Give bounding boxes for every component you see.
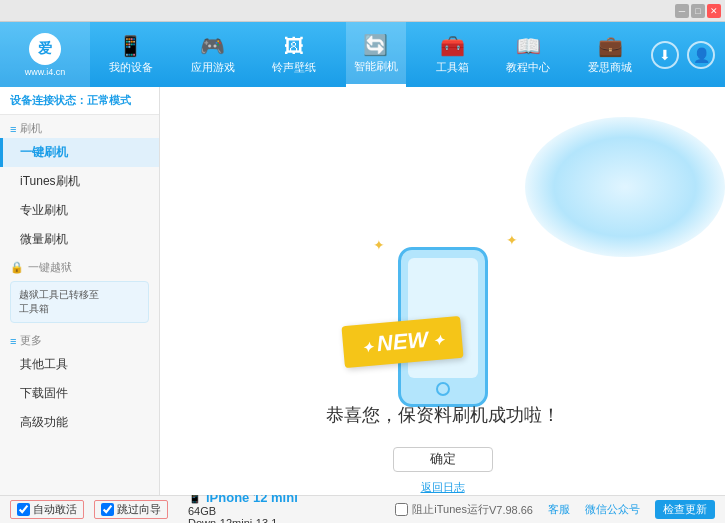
nav-my-device-label: 我的设备 [109, 60, 153, 75]
logo[interactable]: 爱 www.i4.cn [0, 22, 90, 87]
auto-flash-label: 自动敢活 [33, 502, 77, 517]
itunes-running-label: 阻止iTunes运行 [412, 502, 489, 517]
nav-tutorial-label: 教程中心 [506, 60, 550, 75]
logo-icon: 爱 [29, 33, 61, 65]
phone-illustration: ✦ ✦ ✦ NEW [353, 227, 533, 383]
titlebar: ─ □ ✕ [0, 0, 725, 22]
nav-toolbox[interactable]: 🧰 工具箱 [428, 22, 477, 87]
jailbreak-section-icon: 🔒 [10, 261, 24, 274]
success-message: 恭喜您，保资料刷机成功啦！ [326, 403, 560, 427]
nav-items: 📱 我的设备 🎮 应用游戏 🖼 铃声壁纸 🔄 智能刷机 🧰 工具箱 📖 教程中心… [90, 22, 651, 87]
nav-toolbox-label: 工具箱 [436, 60, 469, 75]
sidebar-item-one-click-flash[interactable]: 一键刷机 [0, 138, 159, 167]
wechat-public-link[interactable]: 微信公众号 [585, 502, 640, 517]
nav-right: ⬇ 👤 [651, 41, 725, 69]
nav-apps-label: 应用游戏 [191, 60, 235, 75]
jailbreak-section-label: 一键越狱 [28, 260, 72, 275]
nav-tutorial[interactable]: 📖 教程中心 [498, 22, 558, 87]
customer-service-link[interactable]: 客服 [548, 502, 570, 517]
jailbreak-notice: 越狱工具已转移至 工具箱 [10, 281, 149, 323]
phone-home-button [436, 382, 450, 396]
close-button[interactable]: ✕ [707, 4, 721, 18]
nav-store-label: 爱思商城 [588, 60, 632, 75]
confirm-button[interactable]: 确定 [393, 447, 493, 472]
apps-icon: 🎮 [200, 34, 225, 58]
logo-url: www.i4.cn [25, 67, 66, 77]
more-section-label: 更多 [20, 333, 42, 348]
itunes-running: 阻止iTunes运行 [395, 502, 489, 517]
nav-wallpaper[interactable]: 🖼 铃声壁纸 [264, 22, 324, 87]
jailbreak-section: 🔒 一键越狱 [0, 254, 159, 277]
device-storage: 64GB [188, 505, 298, 517]
maximize-button[interactable]: □ [691, 4, 705, 18]
itunes-checkbox[interactable] [395, 503, 408, 516]
sidebar-item-data-flash[interactable]: 微量刷机 [0, 225, 159, 254]
more-section: ≡ 更多 [0, 327, 159, 350]
sidebar-item-other-tools[interactable]: 其他工具 [0, 350, 159, 379]
device-firmware: Down-12mini-13,1 [188, 517, 298, 523]
version-label: V7.98.66 [489, 504, 533, 516]
store-icon: 💼 [598, 34, 623, 58]
nav-wallpaper-label: 铃声壁纸 [272, 60, 316, 75]
my-device-icon: 📱 [118, 34, 143, 58]
skip-wizard-label: 跳过向导 [117, 502, 161, 517]
content: ✦ ✦ ✦ NEW 恭喜您，保资料刷机成功啦！ 确定 返回日志 [160, 87, 725, 495]
nav-smart-flash-label: 智能刷机 [354, 59, 398, 74]
more-section-icon: ≡ [10, 335, 16, 347]
user-button[interactable]: 👤 [687, 41, 715, 69]
minimize-button[interactable]: ─ [675, 4, 689, 18]
header: 爱 www.i4.cn 📱 我的设备 🎮 应用游戏 🖼 铃声壁纸 🔄 智能刷机 … [0, 22, 725, 87]
bottom-bar: 自动敢活 跳过向导 📱 iPhone 12 mini 64GB Down-12m… [0, 495, 725, 523]
tutorial-icon: 📖 [516, 34, 541, 58]
sidebar: 设备连接状态：正常模式 ≡ 刷机 一键刷机 iTunes刷机 专业刷机 微量刷机… [0, 87, 160, 495]
nav-apps[interactable]: 🎮 应用游戏 [183, 22, 243, 87]
sidebar-item-download-firmware[interactable]: 下载固件 [0, 379, 159, 408]
nav-my-device[interactable]: 📱 我的设备 [101, 22, 161, 87]
check-update-button[interactable]: 检查更新 [655, 500, 715, 519]
sidebar-item-advanced[interactable]: 高级功能 [0, 408, 159, 437]
flash-section: ≡ 刷机 [0, 115, 159, 138]
status-value: 正常模式 [87, 94, 131, 106]
wallpaper-icon: 🖼 [284, 35, 304, 58]
auto-flash-checkbox[interactable]: 自动敢活 [10, 500, 84, 519]
auto-flash-input[interactable] [17, 503, 30, 516]
skip-wizard-checkbox[interactable]: 跳过向导 [94, 500, 168, 519]
nav-smart-flash[interactable]: 🔄 智能刷机 [346, 22, 406, 87]
main: 设备连接状态：正常模式 ≡ 刷机 一键刷机 iTunes刷机 专业刷机 微量刷机… [0, 87, 725, 495]
nav-store[interactable]: 💼 爱思商城 [580, 22, 640, 87]
cloud-background [525, 117, 725, 257]
toolbox-icon: 🧰 [440, 34, 465, 58]
skip-wizard-input[interactable] [101, 503, 114, 516]
smart-flash-icon: 🔄 [363, 33, 388, 57]
sparkle-top-right: ✦ [506, 232, 518, 248]
status-label: 设备连接状态： [10, 94, 87, 106]
download-button[interactable]: ⬇ [651, 41, 679, 69]
sidebar-item-itunes-flash[interactable]: iTunes刷机 [0, 167, 159, 196]
flash-section-label: 刷机 [20, 121, 42, 136]
back-to-log-link[interactable]: 返回日志 [421, 480, 465, 495]
bottom-right: V7.98.66 客服 微信公众号 检查更新 [489, 500, 715, 519]
sparkle-top-left: ✦ [373, 237, 385, 253]
sidebar-item-pro-flash[interactable]: 专业刷机 [0, 196, 159, 225]
flash-section-icon: ≡ [10, 123, 16, 135]
device-status: 设备连接状态：正常模式 [0, 87, 159, 115]
